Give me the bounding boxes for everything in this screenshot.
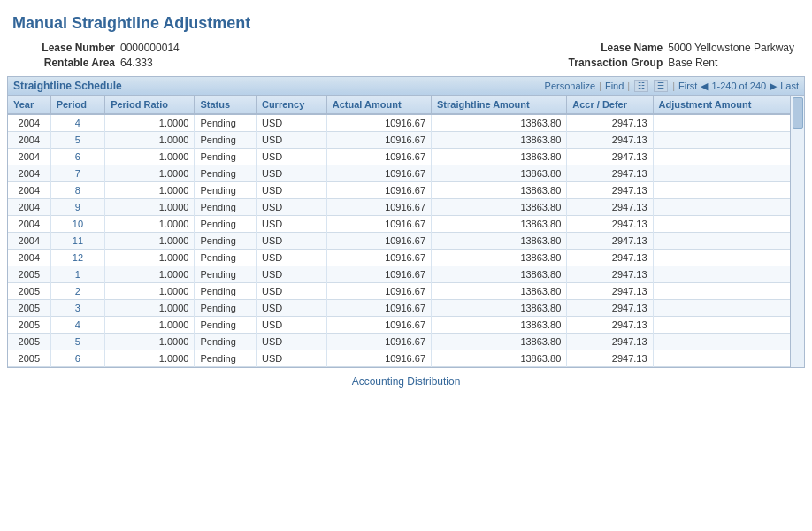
prev-arrow[interactable]: ◀ [701,81,708,92]
table-cell: USD [256,250,326,266]
table-cell[interactable]: 5 [50,334,105,350]
table-cell[interactable]: 6 [50,149,105,165]
table-cell: 13863.80 [432,165,567,182]
sep1: | [599,81,601,91]
table-cell [653,283,804,300]
table-cell[interactable]: 1 [50,266,105,283]
table-cell: 2005 [8,317,50,334]
meta-right: Lease Name 5000 Yellowstone Parkway Tran… [565,42,794,69]
table-cell[interactable]: 5 [50,132,105,149]
table-cell[interactable]: 12 [50,250,105,266]
table-cell: 13863.80 [432,233,567,250]
lease-number-label: Lease Number [18,42,115,54]
table-cell: 1.0000 [105,283,195,300]
table-cell: 10916.67 [326,266,431,283]
table-cell: 10916.67 [326,334,431,350]
table-cell [653,132,804,149]
table-cell: USD [256,149,326,165]
table-cell[interactable]: 4 [50,317,105,334]
table-cell: 10916.67 [326,199,431,216]
table-cell: 2005 [8,283,50,300]
table-cell: 1.0000 [105,114,195,132]
table-cell [653,114,804,132]
table-cell[interactable]: 3 [50,300,105,317]
table-cell: 10916.67 [326,300,431,317]
table-cell: Pending [195,266,257,283]
last-link[interactable]: Last [780,81,799,91]
table-cell [653,165,804,182]
table-cell: 10916.67 [326,317,431,334]
table-cell: USD [256,165,326,182]
table-cell[interactable]: 8 [50,182,105,199]
personalize-link[interactable]: Personalize [545,81,595,91]
rentable-area-label: Rentable Area [18,57,115,69]
table-cell: 1.0000 [105,250,195,266]
table-cell: USD [256,350,326,367]
table-cell: 13863.80 [432,250,567,266]
table-view-icon[interactable]: ☰ [654,80,668,92]
find-link[interactable]: Find [605,81,624,91]
table-cell: 2947.13 [567,165,653,182]
table-cell: Pending [195,182,257,199]
table-cell: Pending [195,283,257,300]
table-row: 200481.0000PendingUSD10916.6713863.80294… [8,182,804,199]
table-cell: Pending [195,334,257,350]
table-cell: 2947.13 [567,300,653,317]
table-cell[interactable]: 10 [50,216,105,233]
table-cell: USD [256,216,326,233]
table-cell: Pending [195,165,257,182]
table-cell [653,350,804,367]
table-cell [653,199,804,216]
table-cell: 13863.80 [432,266,567,283]
meta-lease-number-row: Lease Number 0000000014 [18,42,180,54]
table-cell: Pending [195,250,257,266]
table-cell: 2004 [8,165,50,182]
table-cell: USD [256,182,326,199]
next-arrow[interactable]: ▶ [770,81,777,92]
table-cell[interactable]: 11 [50,233,105,250]
col-accr-defer: Accr / Defer [567,96,653,114]
table-row: 200511.0000PendingUSD10916.6713863.80294… [8,266,804,283]
table-cell [653,149,804,165]
meta-left: Lease Number 0000000014 Rentable Area 64… [18,42,180,69]
scrollbar[interactable] [790,96,804,367]
table-cell[interactable]: 9 [50,199,105,216]
table-cell[interactable]: 6 [50,350,105,367]
table-row: 200551.0000PendingUSD10916.6713863.80294… [8,334,804,350]
table-cell: 13863.80 [432,132,567,149]
table-row: 200461.0000PendingUSD10916.6713863.80294… [8,149,804,165]
table-cell: 1.0000 [105,317,195,334]
table-cell: Pending [195,149,257,165]
grid-container: Straightline Schedule Personalize | Find… [7,76,805,368]
first-link[interactable]: First [678,81,697,91]
table-cell[interactable]: 2 [50,283,105,300]
table-cell: USD [256,132,326,149]
rentable-area-value: 64.333 [120,57,153,69]
table-cell: 1.0000 [105,165,195,182]
scrollbar-thumb [793,97,803,129]
table-cell: 2947.13 [567,114,653,132]
table-cell: 10916.67 [326,250,431,266]
col-period-ratio: Period Ratio [105,96,195,114]
grid-view-icon[interactable]: ☷ [634,80,648,92]
table-cell: 13863.80 [432,216,567,233]
table-cell: USD [256,300,326,317]
table-cell: 13863.80 [432,182,567,199]
table-cell: USD [256,317,326,334]
table-cell: Pending [195,132,257,149]
table-cell [653,182,804,199]
grid-header-bar: Straightline Schedule Personalize | Find… [8,77,804,96]
table-cell[interactable]: 4 [50,114,105,132]
pagination-info: 1-240 of 240 [711,81,766,91]
table-cell: 1.0000 [105,334,195,350]
col-year: Year [8,96,50,114]
accounting-distribution-link[interactable]: Accounting Distribution [352,375,461,388]
table-cell[interactable]: 7 [50,165,105,182]
table-cell: 2005 [8,300,50,317]
lease-name-value: 5000 Yellowstone Parkway [668,42,794,54]
table-cell: USD [256,334,326,350]
table-row: 200451.0000PendingUSD10916.6713863.80294… [8,132,804,149]
table-cell [653,250,804,266]
table-row: 2004121.0000PendingUSD10916.6713863.8029… [8,250,804,266]
table-header: Year Period Period Ratio Status Currency… [8,96,804,114]
